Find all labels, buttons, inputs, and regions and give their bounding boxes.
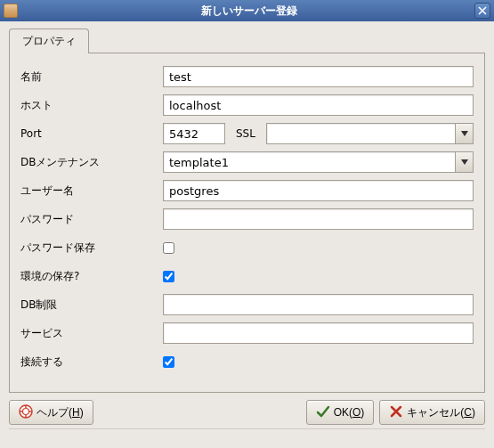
dbmaint-select[interactable]: template1 — [163, 151, 474, 173]
dbmaint-label: DBメンテナンス — [20, 155, 163, 170]
user-label: ユーザー名 — [20, 183, 163, 199]
cancel-icon — [389, 404, 403, 421]
dbmaint-value: template1 — [164, 156, 455, 169]
property-panel: 名前 ホスト Port SSL DBメンテナンス — [9, 53, 485, 393]
ssl-select[interactable] — [266, 123, 474, 144]
ssl-dropdown-button[interactable] — [455, 124, 473, 143]
titlebar: 新しいサーバー登録 — [0, 0, 494, 21]
help-icon — [19, 404, 33, 421]
saveenv-checkbox[interactable] — [163, 271, 174, 282]
help-label: ヘルプ(H) — [36, 405, 84, 420]
window-title: 新しいサーバー登録 — [23, 4, 474, 19]
user-input[interactable] — [163, 180, 474, 201]
host-input[interactable] — [163, 94, 474, 116]
dblimit-label: DB制限 — [20, 297, 163, 313]
service-label: サービス — [20, 326, 163, 341]
chevron-down-icon — [461, 159, 468, 165]
name-label: 名前 — [20, 69, 163, 85]
dbmaint-dropdown-button[interactable] — [455, 152, 473, 172]
tab-bar: プロパティ — [9, 29, 485, 53]
savepw-label: パスワード保存 — [20, 240, 163, 256]
connect-label: 接続する — [20, 354, 163, 370]
password-label: パスワード — [20, 212, 163, 227]
port-input[interactable] — [163, 123, 225, 144]
button-bar: ヘルプ(H) OK(O) キャンセル(C) — [9, 400, 485, 425]
cancel-button[interactable]: キャンセル(C) — [379, 400, 485, 425]
status-bar — [9, 428, 485, 443]
ok-icon — [316, 404, 330, 421]
close-button[interactable] — [474, 3, 490, 19]
tab-property[interactable]: プロパティ — [9, 29, 89, 53]
ok-button[interactable]: OK(O) — [306, 400, 375, 425]
dblimit-input[interactable] — [163, 294, 474, 315]
host-label: ホスト — [20, 98, 163, 113]
svg-point-1 — [23, 408, 29, 414]
app-icon — [4, 4, 18, 18]
savepw-checkbox[interactable] — [163, 242, 174, 254]
chevron-down-icon — [461, 131, 468, 136]
connect-checkbox[interactable] — [163, 356, 174, 368]
name-input[interactable] — [163, 66, 474, 87]
saveenv-label: 環境の保存? — [20, 269, 163, 284]
port-label: Port — [20, 127, 163, 140]
ok-label: OK(O) — [334, 406, 365, 419]
ssl-label: SSL — [236, 127, 255, 140]
help-button[interactable]: ヘルプ(H) — [9, 400, 93, 425]
close-icon — [478, 6, 487, 15]
password-input[interactable] — [163, 208, 474, 230]
cancel-label: キャンセル(C) — [407, 405, 475, 420]
service-input[interactable] — [163, 322, 474, 344]
